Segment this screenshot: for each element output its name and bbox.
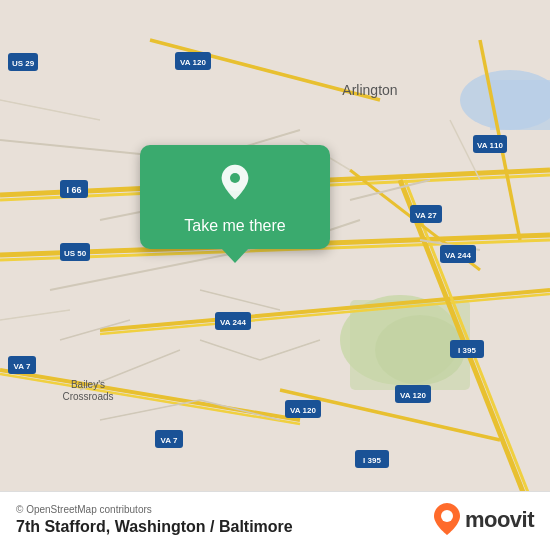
moovit-text: moovit [465,507,534,533]
svg-rect-5 [490,80,550,130]
location-tooltip[interactable]: Take me there [140,145,330,249]
svg-text:VA 27: VA 27 [415,211,437,220]
svg-text:VA 7: VA 7 [14,362,31,371]
svg-text:Bailey's: Bailey's [71,379,105,390]
svg-text:US 29: US 29 [12,59,35,68]
svg-text:VA 244: VA 244 [445,251,471,260]
svg-text:VA 120: VA 120 [400,391,426,400]
svg-text:VA 7: VA 7 [161,436,178,445]
svg-text:Crossroads: Crossroads [62,391,113,402]
svg-text:VA 120: VA 120 [180,58,206,67]
svg-text:I 66: I 66 [66,185,81,195]
moovit-pin-icon [433,502,461,538]
svg-text:VA 244: VA 244 [220,318,246,327]
svg-text:VA 120: VA 120 [290,406,316,415]
bottom-bar: © OpenStreetMap contributors 7th Staffor… [0,491,550,550]
svg-text:Arlington: Arlington [342,82,397,98]
svg-point-71 [230,173,240,183]
moovit-logo: moovit [433,502,534,538]
location-name: 7th Stafford, Washington / Baltimore [16,518,293,536]
location-pin-icon [215,163,255,203]
take-me-there-label: Take me there [164,213,305,249]
map-container: I 66 US 29 US 50 VA 7 VA 7 VA 27 VA 110 … [0,0,550,550]
svg-text:I 395: I 395 [363,456,381,465]
svg-text:VA 110: VA 110 [477,141,503,150]
svg-text:I 395: I 395 [458,346,476,355]
location-info: © OpenStreetMap contributors 7th Staffor… [16,504,293,536]
map-attribution: © OpenStreetMap contributors [16,504,293,515]
svg-point-72 [441,510,453,522]
svg-text:US 50: US 50 [64,249,87,258]
map-background: I 66 US 29 US 50 VA 7 VA 7 VA 27 VA 110 … [0,0,550,550]
tooltip-icon-area [215,145,255,213]
